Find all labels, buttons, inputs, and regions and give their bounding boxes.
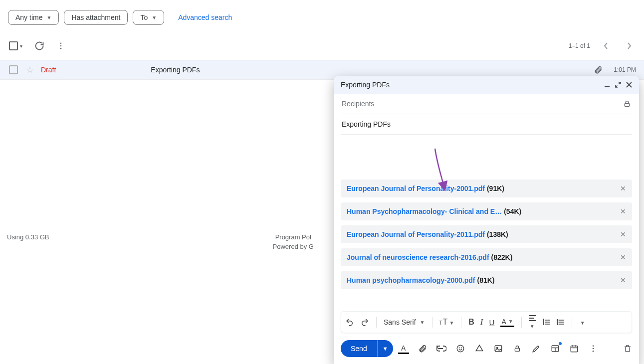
insert-signature-button[interactable] [531,343,542,354]
bulleted-list-button[interactable] [557,319,565,326]
attachment-size: (138K) [487,230,508,238]
svg-rect-18 [571,346,578,352]
attachment-row: Journal of neuroscience research-2016.pd… [341,248,632,266]
text-color-button[interactable]: A▼ [500,318,514,327]
powered-by-label: Powered by G [273,243,314,250]
toolbar-right: 1–1 of 1 [569,39,636,53]
attachment-size: (54K) [504,207,521,215]
insert-emoji-button[interactable] [455,343,466,354]
svg-rect-16 [515,348,519,351]
numbered-list-button[interactable]: 123 [543,319,551,326]
mail-toolbar: ▾ 1–1 of 1 [0,34,644,60]
mail-time: 1:01 PM [614,66,636,73]
caret-down-icon: ▼ [420,320,425,325]
filter-any-time[interactable]: Any time ▼ [8,10,59,25]
compose-action-bar: Send ▼ A [334,333,639,364]
compose-header[interactable]: Exporting PDFs [334,76,639,94]
svg-point-13 [461,348,461,348]
more-formatting-button[interactable]: ▼ [579,318,585,326]
remove-attachment-button[interactable]: ✕ [620,253,626,261]
attachment-size: (81K) [477,276,495,284]
svg-point-10 [557,324,558,325]
svg-text:3: 3 [543,323,544,325]
svg-point-2 [60,48,62,49]
schedule-button[interactable] [569,343,580,354]
undo-button[interactable] [345,318,354,327]
attachment-name[interactable]: Human psychopharmacology-2000.pdf [347,276,475,284]
svg-point-9 [557,322,558,323]
attachment-name[interactable]: European Journal of Personality-2011.pdf [347,230,485,238]
message-body[interactable] [341,135,632,175]
filter-attach-label: Has attachment [71,13,120,21]
checkbox-icon [9,41,18,50]
attachment-icon [594,65,603,74]
toolbar-left: ▾ [9,41,65,51]
redo-button[interactable] [360,318,369,327]
svg-rect-3 [605,86,610,87]
prev-page-button[interactable] [599,39,613,53]
page-count-label: 1–1 of 1 [569,42,590,49]
attachment-name[interactable]: Human Psychopharmacology- Clinical and E… [347,207,502,215]
font-family-dropdown[interactable]: Sans Serif ▼ [384,318,425,326]
attachment-name[interactable]: European Journal of Personality-2001.pdf [347,184,485,192]
italic-button[interactable]: I [480,317,483,327]
filter-has-attachment[interactable]: Has attachment [64,10,128,25]
svg-rect-14 [495,346,502,352]
mail-subject: Exporting PDFs [151,66,200,74]
insert-drive-button[interactable] [474,343,485,354]
compose-inline-tools: A [398,343,599,354]
star-icon[interactable]: ☆ [26,64,34,75]
attachment-row: European Journal of Personality-2011.pdf… [341,225,632,243]
send-options-button[interactable]: ▼ [377,340,393,357]
select-all-checkbox[interactable]: ▾ [9,41,22,50]
font-size-button[interactable]: TT▼ [439,318,454,327]
more-menu-button[interactable] [56,41,65,50]
toggle-formatting-button[interactable]: A [398,343,409,354]
compose-window: Exporting PDFs Recipients Exporting PDFs… [334,76,639,364]
filter-bar: Any time ▼ Has attachment To ▼ Advanced … [0,0,644,34]
minimize-button[interactable] [604,82,610,88]
discard-draft-button[interactable] [623,344,632,354]
close-button[interactable] [626,82,632,88]
remove-attachment-button[interactable]: ✕ [620,184,626,192]
underline-button[interactable]: U [489,318,495,327]
caret-down-icon: ▼ [508,319,513,324]
filter-to[interactable]: To ▼ [133,10,164,25]
caret-down-icon: ▼ [530,324,535,329]
attachment-row: Human Psychopharmacology- Clinical and E… [341,202,632,220]
layout-button[interactable] [550,343,561,354]
remove-attachment-button[interactable]: ✕ [620,276,626,284]
confidential-mode-button[interactable] [512,343,523,354]
attachment-name[interactable]: Journal of neuroscience research-2016.pd… [347,253,489,261]
remove-attachment-button[interactable]: ✕ [620,230,626,238]
align-button[interactable]: ▼ [529,315,537,330]
policies-link[interactable]: Program Pol [275,233,311,241]
lock-icon[interactable] [623,100,631,108]
attach-file-button[interactable] [417,343,428,354]
svg-point-8 [557,320,558,321]
advanced-search-link[interactable]: Advanced search [178,13,232,21]
caret-down-icon: ▼ [580,320,585,326]
formatting-toolbar: Sans Serif ▼ TT▼ B I U A▼ ▼ 123 ▼ [341,311,632,333]
insert-image-button[interactable] [493,343,504,354]
caret-down-icon: ▼ [152,15,157,20]
recipients-field[interactable]: Recipients [341,94,632,114]
remove-attachment-button[interactable]: ✕ [620,207,626,215]
next-page-button[interactable] [622,39,636,53]
send-button[interactable]: Send [341,340,377,357]
row-checkbox[interactable] [9,65,18,74]
subject-field[interactable]: Exporting PDFs [341,114,632,135]
insert-link-button[interactable] [436,343,447,354]
send-button-group: Send ▼ [341,340,393,357]
attachments-list: European Journal of Personality-2001.pdf… [341,180,632,289]
caret-down-icon: ▼ [449,320,454,326]
attachment-size: (822K) [491,253,513,261]
svg-point-0 [60,42,62,44]
svg-rect-4 [625,103,629,106]
refresh-button[interactable] [34,41,44,51]
more-options-button[interactable] [588,343,599,354]
bold-button[interactable]: B [468,318,474,327]
fullscreen-button[interactable] [615,82,621,88]
draft-badge: Draft [41,66,56,74]
send-label: Send [351,345,367,353]
